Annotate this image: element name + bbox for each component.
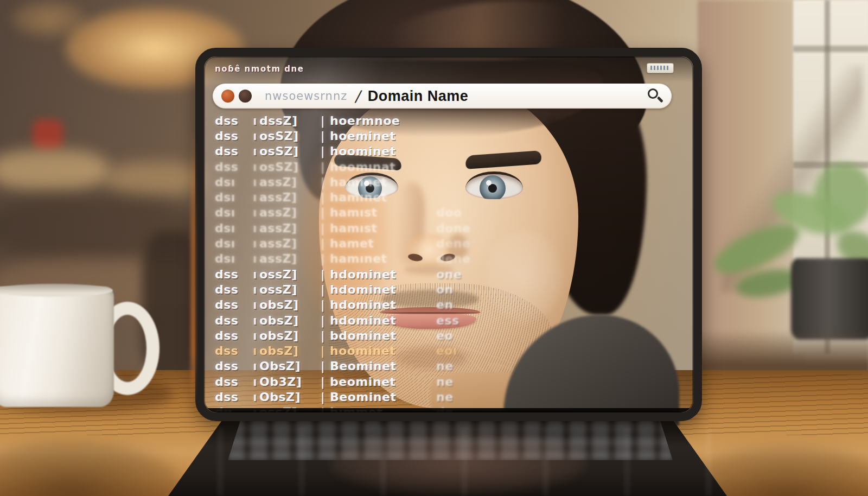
frame-rim-light — [191, 130, 195, 407]
lamp-glow-secondary — [11, 0, 87, 38]
coffee-mug — [0, 287, 114, 407]
red-shelf-item — [33, 119, 63, 150]
base-gloss — [179, 428, 716, 496]
plant-pot — [791, 258, 868, 340]
shelf-highlight — [0, 150, 108, 190]
shelf-highlight — [106, 162, 204, 195]
cafe-scene: noɓê nmotm dne nwsoewsrnnz / Domain Name… — [0, 0, 868, 496]
window-mullion — [793, 46, 868, 52]
table-shadow — [0, 441, 184, 496]
laptop-frame — [195, 48, 702, 421]
